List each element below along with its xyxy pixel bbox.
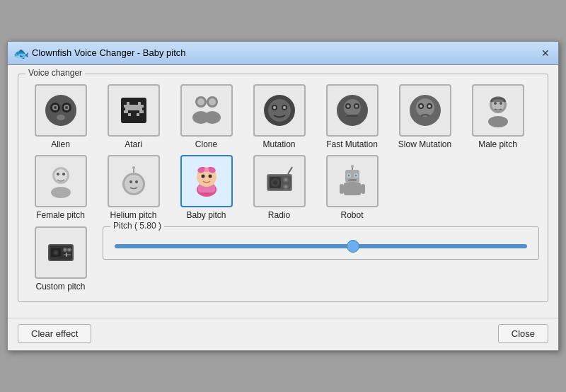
radio-icon-box[interactable] — [253, 155, 306, 207]
alien-item[interactable]: Alien — [27, 84, 94, 149]
atari-icon-box[interactable] — [108, 84, 160, 137]
mutation-icon-box[interactable] — [253, 84, 306, 137]
svg-rect-87 — [361, 184, 365, 194]
svg-rect-76 — [344, 183, 361, 195]
mutation-item[interactable]: Mutation — [246, 84, 313, 149]
pitch-group: Pitch ( 5.80 ) — [103, 226, 539, 260]
svg-point-45 — [494, 102, 497, 105]
female-pitch-icon-box[interactable] — [35, 155, 87, 207]
baby-pitch-item[interactable]: Baby pitch — [173, 155, 240, 220]
fast-mutation-label: Fast Mutation — [326, 139, 378, 149]
custom-pitch-icon-box[interactable] — [35, 226, 87, 279]
svg-point-43 — [488, 116, 508, 127]
svg-point-92 — [54, 251, 57, 254]
robot-icon-box[interactable] — [326, 155, 379, 207]
clone-item[interactable]: Clone — [173, 84, 240, 149]
slow-mutation-icon-box[interactable] — [399, 84, 451, 137]
svg-point-74 — [284, 185, 287, 188]
svg-point-70 — [273, 180, 277, 185]
svg-rect-15 — [128, 113, 131, 116]
svg-rect-9 — [127, 102, 129, 105]
svg-point-40 — [420, 105, 422, 108]
svg-point-28 — [283, 106, 286, 109]
clear-effect-button[interactable]: Clear effect — [18, 324, 91, 343]
svg-point-96 — [68, 248, 70, 250]
alien-icon-box[interactable] — [35, 84, 87, 137]
svg-rect-14 — [139, 110, 144, 113]
svg-point-82 — [347, 175, 350, 177]
svg-rect-10 — [138, 102, 141, 105]
helium-pitch-label: Helium pitch — [110, 210, 156, 220]
svg-point-33 — [347, 105, 350, 108]
clone-icon-box[interactable] — [180, 84, 233, 137]
slow-mutation-icon — [407, 92, 444, 129]
bottom-row: Custom pitch Pitch ( 5.80 ) — [27, 226, 539, 292]
fast-mutation-icon — [334, 92, 371, 129]
slider-container — [112, 240, 530, 250]
atari-item[interactable]: Atari — [100, 84, 167, 149]
svg-point-46 — [499, 102, 502, 105]
voice-changer-label: Voice changer — [25, 68, 85, 78]
slow-mutation-item[interactable]: Slow Mutation — [391, 84, 458, 149]
mutation-icon — [261, 92, 298, 129]
svg-point-21 — [197, 98, 204, 105]
mutation-label: Mutation — [262, 139, 295, 149]
svg-rect-12 — [125, 108, 142, 110]
baby-pitch-icon-box[interactable] — [180, 155, 233, 207]
svg-rect-16 — [137, 113, 139, 116]
custom-pitch-item[interactable]: Custom pitch — [27, 226, 94, 292]
svg-point-24 — [268, 99, 291, 122]
alien-icon — [42, 92, 79, 129]
svg-rect-98 — [66, 253, 67, 257]
svg-rect-11 — [124, 105, 144, 108]
pitch-legend: Pitch ( 5.80 ) — [110, 221, 164, 231]
svg-point-79 — [351, 165, 354, 168]
app-icon: 🐟 — [13, 46, 28, 60]
svg-point-65 — [204, 168, 209, 172]
custom-pitch-icon — [42, 234, 79, 271]
svg-point-54 — [129, 180, 132, 183]
svg-point-61 — [201, 175, 204, 178]
pitch-slider[interactable] — [115, 244, 527, 248]
slow-mutation-label: Slow Mutation — [398, 139, 451, 149]
svg-point-51 — [62, 173, 65, 175]
robot-icon — [334, 163, 371, 200]
radio-item[interactable]: Radio — [246, 155, 313, 220]
svg-point-22 — [209, 98, 216, 105]
svg-rect-86 — [340, 184, 344, 194]
window-title: Clownfish Voice Changer - Baby pitch — [32, 47, 538, 58]
robot-item[interactable]: Robot — [318, 155, 386, 220]
window-close-button[interactable]: ✕ — [538, 46, 553, 60]
title-bar: 🐟 Clownfish Voice Changer - Baby pitch ✕ — [8, 42, 558, 65]
fast-mutation-icon-box[interactable] — [326, 84, 379, 137]
svg-point-53 — [125, 175, 143, 193]
female-pitch-item[interactable]: Female pitch — [27, 155, 94, 220]
footer: Clear effect Close — [8, 318, 558, 350]
male-pitch-item[interactable]: Male pitch — [464, 84, 531, 149]
svg-point-57 — [132, 166, 135, 169]
voice-changer-group: Voice changer — [18, 74, 548, 302]
helium-pitch-icon-box[interactable] — [108, 155, 160, 207]
male-pitch-icon — [480, 92, 516, 129]
svg-point-20 — [204, 111, 221, 124]
alien-label: Alien — [51, 139, 70, 149]
svg-point-48 — [51, 187, 71, 198]
svg-point-55 — [135, 180, 138, 183]
male-pitch-icon-box[interactable] — [472, 84, 524, 137]
baby-pitch-label: Baby pitch — [186, 210, 226, 220]
svg-rect-35 — [347, 115, 358, 117]
female-pitch-icon — [42, 163, 79, 200]
fast-mutation-item[interactable]: Fast Mutation — [318, 84, 386, 149]
svg-point-0 — [45, 95, 76, 126]
svg-point-62 — [208, 175, 212, 178]
baby-pitch-icon — [188, 163, 225, 200]
close-button[interactable]: Close — [498, 324, 548, 343]
helium-pitch-icon — [115, 163, 152, 200]
helium-pitch-item[interactable]: Helium pitch — [100, 155, 167, 220]
robot-label: Robot — [340, 210, 363, 220]
svg-point-5 — [54, 106, 57, 109]
svg-point-41 — [428, 105, 431, 108]
svg-line-75 — [288, 167, 292, 174]
atari-label: Atari — [125, 139, 142, 149]
svg-rect-84 — [348, 179, 357, 181]
